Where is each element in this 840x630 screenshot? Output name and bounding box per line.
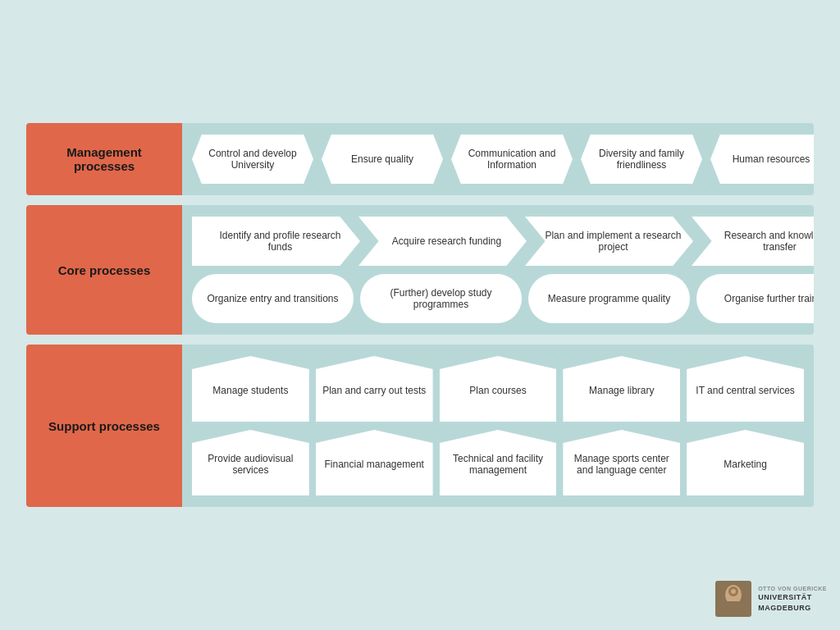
study-row: Organize entry and transitions (Further)…: [192, 274, 814, 323]
core-research-1[interactable]: Acquire research funding: [358, 217, 527, 266]
core-content: Identify and profile research funds Acqu…: [182, 205, 814, 335]
core-research-0[interactable]: Identify and profile research funds: [192, 217, 360, 266]
mgmt-item-4[interactable]: Human resources: [710, 135, 814, 184]
management-content: Control and develop University Ensure qu…: [182, 123, 814, 195]
logo-icon: [715, 581, 751, 617]
mgmt-item-2[interactable]: Communication and Information: [451, 135, 573, 184]
support-item-2[interactable]: Plan courses: [440, 356, 557, 422]
management-label: Management processes: [26, 123, 182, 195]
mgmt-item-3[interactable]: Diversity and family friendliness: [581, 135, 702, 184]
core-study-0[interactable]: Organize entry and transitions: [192, 274, 354, 323]
management-row: Management processes Control and develop…: [26, 123, 814, 195]
mgmt-item-0[interactable]: Control and develop University: [192, 135, 313, 184]
support-row1: Manage students Plan and carry out tests…: [192, 356, 804, 422]
support-item-6[interactable]: Financial management: [316, 430, 433, 495]
support-item-1[interactable]: Plan and carry out tests: [316, 356, 433, 422]
core-study-1[interactable]: (Further) develop study programmes: [360, 274, 522, 323]
core-research-2[interactable]: Plan and implement a research project: [525, 217, 693, 266]
support-item-9[interactable]: Marketing: [687, 430, 804, 495]
main-container: Management processes Control and develop…: [26, 123, 814, 507]
research-arrow-row: Identify and profile research funds Acqu…: [192, 217, 814, 266]
university-logo: OTTO VON GUERICKE UNIVERSITÄT MAGDEBURG: [715, 581, 827, 617]
support-item-5[interactable]: Provide audiovisual services: [192, 430, 309, 495]
core-row: Core processes Identify and profile rese…: [26, 205, 814, 335]
support-item-8[interactable]: Manage sports center and language center: [563, 430, 680, 495]
support-item-4[interactable]: IT and central services: [687, 356, 804, 422]
support-item-7[interactable]: Technical and facility management: [440, 430, 557, 495]
core-research-3[interactable]: Research and knowledge transfer: [692, 217, 814, 266]
support-label: Support processes: [26, 345, 182, 507]
core-label: Core processes: [26, 205, 182, 335]
support-row: Support processes Manage students Plan a…: [26, 345, 814, 507]
support-item-3[interactable]: Manage library: [563, 356, 680, 422]
support-row2: Provide audiovisual services Financial m…: [192, 430, 804, 495]
svg-point-3: [731, 589, 736, 594]
support-item-0[interactable]: Manage students: [192, 356, 309, 422]
mgmt-item-1[interactable]: Ensure quality: [322, 135, 443, 184]
logo-text-block: OTTO VON GUERICKE UNIVERSITÄT MAGDEBURG: [758, 585, 827, 614]
support-content: Manage students Plan and carry out tests…: [182, 345, 814, 507]
svg-rect-2: [727, 601, 740, 613]
core-study-2[interactable]: Measure programme quality: [528, 274, 690, 323]
core-study-3[interactable]: Organise further training: [696, 274, 814, 323]
